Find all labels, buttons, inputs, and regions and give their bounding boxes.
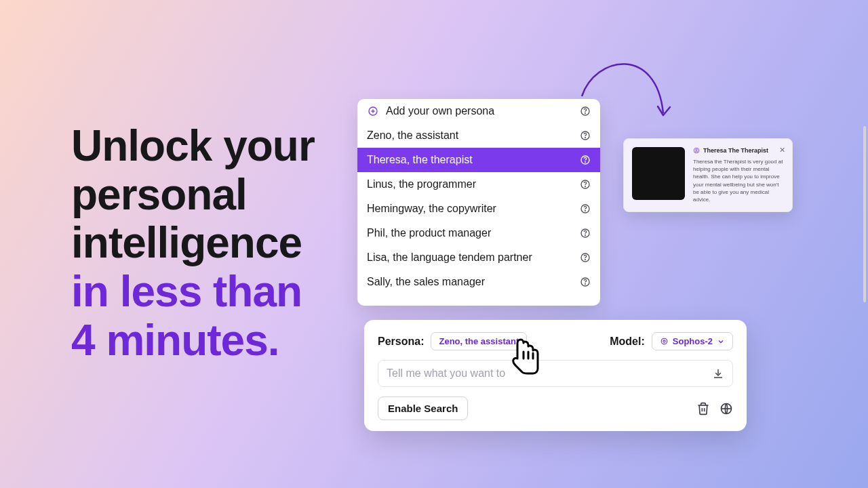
svg-point-10 — [585, 186, 586, 187]
chevron-down-icon — [717, 338, 725, 346]
scrollbar[interactable] — [863, 126, 866, 302]
hero-headline: Unlock your personal intelligence in les… — [71, 122, 315, 365]
arrow-icon — [575, 49, 690, 144]
svg-point-12 — [585, 211, 586, 211]
svg-point-22 — [661, 338, 667, 344]
persona-chip-value: Zeno, the assistant — [439, 336, 519, 346]
persona-detail-card: Theresa The Therapist Theresa the Therap… — [623, 138, 793, 212]
detail-title: Theresa The Therapist — [703, 147, 768, 154]
headline-line: personal — [71, 171, 315, 220]
persona-badge-icon — [693, 147, 700, 154]
model-icon — [660, 337, 669, 346]
trash-icon[interactable] — [696, 402, 710, 415]
persona-item[interactable]: Phil, the product manager — [357, 221, 600, 245]
persona-item-label: Linus, the programmer — [367, 178, 580, 190]
model-label: Model: — [610, 336, 645, 348]
help-icon[interactable] — [580, 277, 591, 287]
persona-item[interactable]: Lisa, the language tendem partner — [357, 245, 600, 270]
persona-item-label: Theresa, the therapist — [367, 154, 580, 166]
help-icon[interactable] — [580, 252, 591, 263]
persona-item[interactable]: Linus, the programmer — [357, 172, 600, 197]
headline-line: Unlock your — [71, 122, 315, 171]
help-icon[interactable] — [580, 203, 591, 214]
help-icon[interactable] — [580, 155, 591, 165]
svg-point-21 — [663, 340, 665, 342]
persona-item[interactable]: Sally, the sales manager — [357, 270, 600, 294]
help-icon[interactable] — [580, 179, 591, 190]
persona-item[interactable]: Hemingway, the copywriter — [357, 197, 600, 221]
svg-point-18 — [585, 284, 586, 285]
prompt-input-wrapper[interactable] — [378, 360, 733, 387]
persona-item-selected[interactable]: Theresa, the therapist — [357, 148, 600, 172]
persona-item[interactable]: Zeno, the assistant — [357, 123, 600, 148]
svg-point-14 — [585, 235, 586, 236]
persona-label: Persona: — [378, 336, 424, 348]
globe-icon[interactable] — [719, 402, 733, 415]
persona-item-label: Zeno, the assistant — [367, 129, 580, 142]
svg-point-16 — [585, 260, 586, 260]
add-persona-item[interactable]: Add your own persona — [357, 99, 600, 123]
close-icon[interactable]: ✕ — [779, 146, 785, 155]
persona-item-label: Lisa, the language tendem partner — [367, 251, 580, 264]
persona-item-label: Phil, the product manager — [367, 227, 580, 239]
persona-item-label: Hemingway, the copywriter — [367, 203, 580, 215]
avatar — [632, 147, 685, 200]
persona-dropdown[interactable]: Add your own persona Zeno, the assistant… — [357, 99, 600, 306]
plus-circle-icon — [367, 106, 379, 117]
add-persona-label: Add your own persona — [386, 105, 580, 117]
headline-line-accent: 4 minutes. — [71, 317, 315, 365]
headline-line-accent: in less than — [71, 268, 315, 317]
prompt-panel: Persona: Zeno, the assistant Model: Soph… — [364, 320, 747, 431]
download-icon[interactable] — [712, 367, 724, 380]
detail-description: Theresa the Therapist is very good at he… — [693, 158, 784, 203]
svg-point-20 — [696, 149, 698, 151]
model-selector-chip[interactable]: Sophos-2 — [652, 332, 733, 350]
prompt-input[interactable] — [387, 367, 712, 380]
headline-line: intelligence — [71, 219, 315, 268]
enable-search-button[interactable]: Enable Search — [378, 396, 468, 420]
help-icon[interactable] — [580, 228, 591, 239]
persona-item-label: Sally, the sales manager — [367, 276, 580, 288]
model-chip-value: Sophos-2 — [673, 336, 713, 346]
svg-point-8 — [585, 162, 586, 163]
persona-selector-chip[interactable]: Zeno, the assistant — [431, 332, 527, 350]
